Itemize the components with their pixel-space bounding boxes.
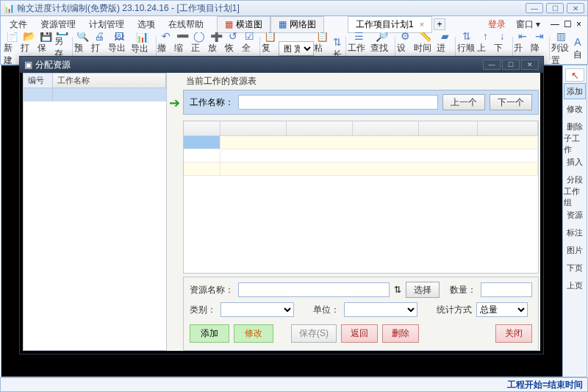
section-title: 当前工作的资源表 [183, 73, 539, 90]
mdi-close-icon[interactable]: × [576, 19, 581, 29]
workname-label: 工作名称： [190, 96, 234, 109]
side-resource[interactable]: 资源 [564, 207, 586, 223]
status-text: 工程开始=结束时间 [507, 379, 583, 391]
select-button[interactable]: 选择 [406, 282, 440, 298]
stattype-label: 统计方式 [437, 304, 472, 316]
tb-new[interactable]: 📄新建 [4, 34, 21, 63]
tab-add-button[interactable]: + [434, 18, 445, 30]
add-button[interactable]: 添加 [190, 324, 229, 343]
dialog-close-button[interactable]: ✕ [521, 60, 539, 70]
side-nextpage[interactable]: 下页 [564, 260, 586, 276]
prev-button[interactable]: 上一个 [442, 94, 485, 110]
qty-input[interactable] [481, 282, 532, 297]
stepper-icon[interactable]: ⇅ [394, 285, 401, 295]
mdi-min-icon[interactable]: — [551, 19, 559, 29]
dialog-titlebar[interactable]: ▣ 分配资源 — ☐ ✕ [20, 57, 543, 73]
menu-file[interactable]: 文件 [4, 17, 33, 32]
side-modify[interactable]: 修改 [564, 101, 586, 117]
stattype-select[interactable]: 总量 [476, 302, 528, 317]
category-select[interactable] [220, 302, 294, 317]
assign-resource-dialog: ▣ 分配资源 — ☐ ✕ 编号 工作名称 ➔ 当前工作的资源表 工作名称： 上一… [19, 56, 544, 354]
dialog-icon: ▣ [24, 60, 32, 70]
delete-button[interactable]: 删除 [382, 324, 419, 343]
side-pointer-icon[interactable]: ↖ [565, 68, 584, 82]
resource-form: 资源名称： ⇅ 选择 数量： 类别： 单位： 统计方式 总量 添加 [183, 277, 539, 351]
workname-input[interactable] [238, 95, 438, 110]
resname-input[interactable] [238, 282, 390, 297]
tb-auto[interactable]: A自 [571, 34, 584, 63]
minimize-button[interactable]: — [526, 3, 543, 13]
unit-label: 单位： [313, 304, 340, 316]
tb-width-select[interactable]: 图 宽 [279, 41, 314, 56]
qty-label: 数量： [450, 284, 476, 296]
menu-option[interactable]: 选项 [132, 17, 161, 32]
mdi-max-icon[interactable]: ☐ [564, 19, 572, 29]
close-dialog-button[interactable]: 关闭 [495, 324, 532, 343]
back-button[interactable]: 返回 [341, 324, 378, 343]
work-list-panel: 编号 工作名称 [23, 73, 167, 351]
workname-bar: 工作名称： 上一个 下一个 [183, 90, 539, 115]
tab-gantt[interactable]: ▦横道图 [217, 16, 270, 33]
side-insert[interactable]: 插入 [564, 154, 586, 170]
resource-grid[interactable] [183, 121, 539, 274]
transfer-arrow-icon: ➔ [169, 95, 180, 111]
resname-label: 资源名称： [190, 284, 234, 296]
menu-window[interactable]: 窗口 ▾ [510, 17, 546, 32]
grid-row[interactable] [184, 163, 538, 176]
tb-colset[interactable]: ▥列设置 [551, 34, 571, 63]
grid-row[interactable] [184, 136, 538, 149]
col-workname[interactable]: 工作名称 [53, 74, 166, 88]
menu-help[interactable]: 在线帮助 [162, 17, 209, 32]
close-button[interactable]: ✕ [567, 3, 584, 13]
maximize-button[interactable]: ☐ [546, 3, 564, 13]
dialog-max-button[interactable]: ☐ [502, 60, 520, 70]
app-icon: 📊 [4, 3, 14, 13]
side-add[interactable]: 添加 [564, 83, 586, 99]
menubar: 文件 资源管理 计划管理 选项 在线帮助 ▦横道图 ▦网络图 工作项目计划1× … [0, 16, 588, 32]
side-delete[interactable]: 删除 [564, 118, 586, 135]
tab-network[interactable]: ▦网络图 [270, 16, 324, 33]
tab-close-icon[interactable]: × [420, 20, 424, 29]
statusbar: 工程开始=结束时间 [0, 377, 588, 392]
dialog-min-button[interactable]: — [483, 60, 501, 70]
side-panel: ↖ 添加 修改 删除 子工作 插入 分段 工作组 资源 标注 图片 下页 上页 [563, 65, 587, 377]
side-workgroup[interactable]: 工作组 [564, 189, 586, 205]
grid-row[interactable] [184, 149, 538, 163]
side-image[interactable]: 图片 [564, 242, 586, 258]
window-titlebar: 📊 翰文进度计划编制(免费版) 23.10.24.16 - [工作项目计划1] … [0, 0, 588, 16]
category-label: 类别： [190, 304, 216, 316]
side-segment[interactable]: 分段 [564, 171, 586, 188]
login-link[interactable]: 登录 [488, 18, 506, 31]
save-button: 保存(S) [291, 324, 337, 343]
work-list-row[interactable] [24, 88, 166, 101]
modify-button[interactable]: 修改 [234, 324, 273, 343]
side-subwork[interactable]: 子工作 [564, 136, 586, 152]
menu-resource[interactable]: 资源管理 [35, 17, 82, 32]
unit-select[interactable] [344, 302, 417, 317]
menu-plan[interactable]: 计划管理 [83, 17, 130, 32]
tab-project[interactable]: 工作项目计划1× [348, 16, 432, 33]
next-button[interactable]: 下一个 [490, 94, 532, 110]
dialog-title: 分配资源 [35, 59, 71, 71]
side-prevpage[interactable]: 上页 [564, 277, 586, 293]
window-title: 翰文进度计划编制(免费版) 23.10.24.16 - [工作项目计划1] [17, 2, 240, 15]
col-id[interactable]: 编号 [24, 74, 53, 88]
side-annotate[interactable]: 标注 [564, 224, 586, 240]
